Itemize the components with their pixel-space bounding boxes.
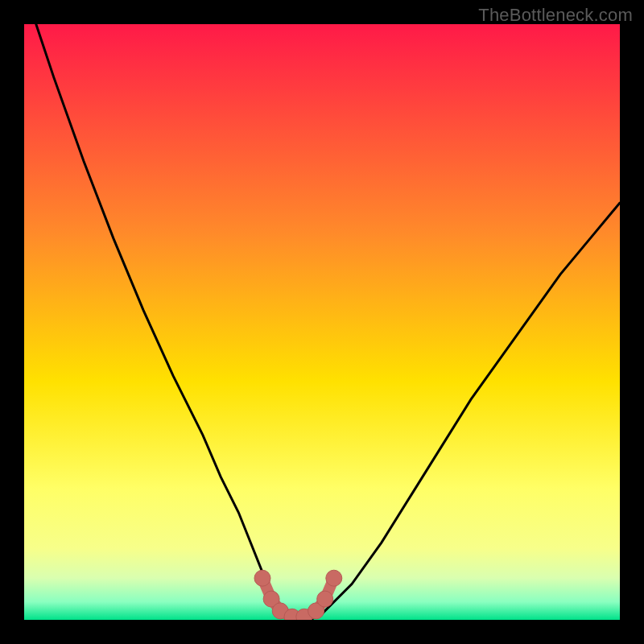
chart-frame: TheBottleneck.com — [0, 0, 644, 644]
sweet-spot-point — [326, 570, 342, 586]
chart-plot — [24, 24, 620, 620]
sweet-spot-point — [317, 591, 333, 607]
sweet-spot-point — [254, 570, 270, 586]
gradient-heat-background — [24, 24, 620, 620]
watermark-label: TheBottleneck.com — [478, 5, 633, 26]
